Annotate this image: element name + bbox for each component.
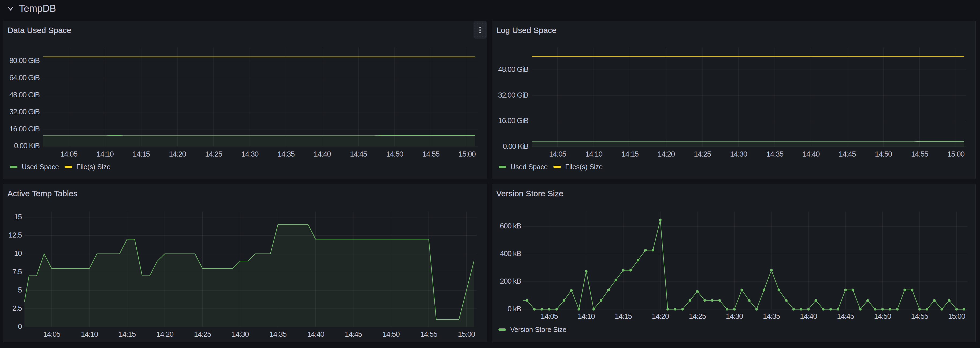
svg-text:14:20: 14:20	[156, 330, 173, 338]
svg-text:48.00 GiB: 48.00 GiB	[10, 91, 40, 99]
svg-text:14:50: 14:50	[875, 150, 892, 158]
svg-text:15:00: 15:00	[458, 330, 475, 338]
svg-text:80.00 GiB: 80.00 GiB	[10, 56, 40, 65]
svg-text:14:30: 14:30	[241, 150, 258, 158]
svg-text:15:00: 15:00	[947, 150, 964, 158]
svg-text:14:50: 14:50	[386, 150, 403, 158]
svg-text:16.00 GiB: 16.00 GiB	[10, 125, 40, 133]
svg-text:14:05: 14:05	[541, 312, 558, 320]
svg-text:0.00 KiB: 0.00 KiB	[14, 142, 40, 150]
svg-text:14:10: 14:10	[81, 330, 98, 338]
svg-text:32.00 GiB: 32.00 GiB	[10, 107, 40, 116]
svg-text:32.00 GiB: 32.00 GiB	[498, 91, 528, 99]
svg-text:14:25: 14:25	[205, 150, 222, 158]
svg-text:7.5: 7.5	[12, 268, 22, 276]
svg-text:600 kB: 600 kB	[500, 222, 521, 230]
svg-text:14:10: 14:10	[97, 150, 114, 158]
svg-text:14:20: 14:20	[652, 312, 669, 320]
svg-text:14:05: 14:05	[43, 330, 60, 338]
svg-text:14:30: 14:30	[232, 330, 249, 338]
svg-text:14:05: 14:05	[60, 150, 78, 158]
svg-text:14:15: 14:15	[615, 312, 632, 320]
svg-text:14:50: 14:50	[382, 330, 399, 338]
svg-text:15:00: 15:00	[948, 312, 965, 320]
svg-text:0.00 KiB: 0.00 KiB	[503, 142, 528, 150]
svg-text:16.00 GiB: 16.00 GiB	[498, 117, 528, 125]
svg-text:5: 5	[18, 286, 22, 294]
svg-text:14:25: 14:25	[689, 312, 706, 320]
svg-text:14:20: 14:20	[658, 150, 675, 158]
svg-text:15: 15	[14, 212, 22, 221]
svg-text:14:15: 14:15	[133, 150, 150, 158]
svg-text:14:05: 14:05	[549, 150, 566, 158]
svg-text:14:50: 14:50	[874, 312, 891, 320]
svg-text:14:35: 14:35	[766, 150, 783, 158]
svg-text:15:00: 15:00	[458, 150, 476, 158]
svg-text:400 kB: 400 kB	[500, 249, 521, 258]
svg-text:14:45: 14:45	[350, 150, 367, 158]
svg-text:0: 0	[18, 322, 22, 330]
svg-text:14:55: 14:55	[422, 150, 439, 158]
svg-text:10: 10	[14, 249, 22, 257]
svg-text:14:30: 14:30	[730, 150, 747, 158]
svg-text:14:55: 14:55	[911, 150, 928, 158]
svg-text:14:40: 14:40	[800, 312, 817, 320]
svg-text:2.5: 2.5	[12, 304, 22, 312]
svg-text:14:45: 14:45	[839, 150, 856, 158]
svg-text:14:55: 14:55	[420, 330, 438, 338]
svg-text:14:55: 14:55	[911, 312, 928, 320]
svg-text:14:30: 14:30	[726, 312, 743, 320]
svg-text:48.00 GiB: 48.00 GiB	[498, 65, 528, 73]
svg-text:14:15: 14:15	[622, 150, 639, 158]
svg-text:14:40: 14:40	[307, 330, 324, 338]
svg-text:14:35: 14:35	[763, 312, 780, 320]
svg-text:14:25: 14:25	[694, 150, 711, 158]
svg-text:14:35: 14:35	[278, 150, 295, 158]
svg-text:64.00 GiB: 64.00 GiB	[10, 73, 40, 82]
svg-text:14:25: 14:25	[194, 330, 211, 338]
svg-text:14:10: 14:10	[585, 150, 602, 158]
svg-text:0 kB: 0 kB	[508, 305, 521, 313]
svg-text:14:45: 14:45	[345, 330, 362, 338]
svg-text:14:10: 14:10	[578, 312, 595, 320]
svg-text:14:15: 14:15	[118, 330, 135, 338]
svg-text:14:20: 14:20	[169, 150, 186, 158]
svg-text:200 kB: 200 kB	[500, 277, 521, 285]
svg-text:14:45: 14:45	[837, 312, 854, 320]
svg-text:14:40: 14:40	[314, 150, 331, 158]
svg-text:14:35: 14:35	[269, 330, 286, 338]
svg-text:12.5: 12.5	[9, 231, 22, 239]
svg-text:14:40: 14:40	[803, 150, 820, 158]
